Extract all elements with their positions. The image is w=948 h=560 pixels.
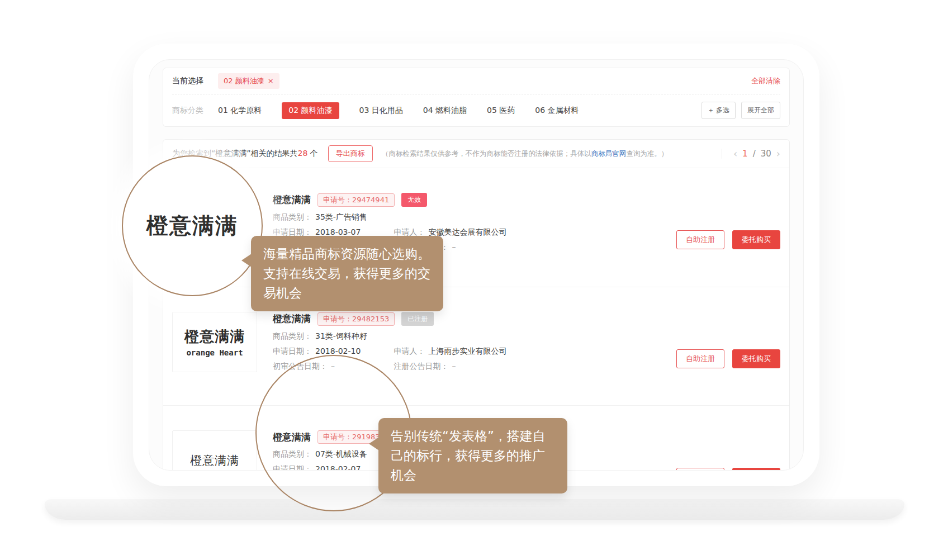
applicant: 上海雨步实业有限公司 xyxy=(428,347,506,355)
next-page-icon[interactable]: › xyxy=(776,149,780,159)
category-item-05[interactable]: 05 医药 xyxy=(487,106,515,116)
results-header: 为您检索到“橙意满满”相关的结果共28 个 导出商标 （商标检索结果仅供参考，不… xyxy=(163,140,789,168)
magnified-trademark-text: 橙意满满 xyxy=(146,211,238,241)
application-number-tag: 申请号：29474941 xyxy=(317,193,395,207)
prev-page-icon[interactable]: ‹ xyxy=(733,149,737,159)
self-register-button[interactable]: 自助注册 xyxy=(676,349,724,368)
current-selection-label: 当前选择 xyxy=(172,76,203,86)
chip-label: 02 颜料油漆 xyxy=(224,77,264,85)
expand-all-button[interactable]: 展开全部 xyxy=(741,102,780,119)
trademark-name: 橙意满满 xyxy=(273,312,311,325)
selected-filter-chip[interactable]: 02 颜料油漆× xyxy=(218,73,279,89)
category-item-04[interactable]: 04 燃料油脂 xyxy=(423,106,467,116)
trademark-logo: 橙意满满 orange Heart xyxy=(172,312,257,372)
category-item-01[interactable]: 01 化学原料 xyxy=(218,106,262,116)
trademark-name: 橙意满满 xyxy=(273,193,311,206)
application-date: 2018-02-10 xyxy=(315,347,361,355)
application-date: 2018-03-07 xyxy=(315,227,361,236)
clear-all-button[interactable]: 全部清除 xyxy=(751,76,780,86)
applicant: 安徽美达会展有限公司 xyxy=(428,227,506,236)
status-badge: 已注册 xyxy=(401,312,434,326)
category-item-02-selected[interactable]: 02 颜料油漆 xyxy=(282,102,339,119)
total-pages: 30 xyxy=(761,149,771,159)
magnifier-circle: 橙意满满 xyxy=(122,155,263,296)
disclaimer-text: （商标检索结果仅供参考，不作为商标能否注册的法律依据；具体以商标局官网查询为准。… xyxy=(382,149,722,159)
category-item-03[interactable]: 03 日化用品 xyxy=(359,106,403,116)
entrust-purchase-button[interactable]: 委托购买 xyxy=(732,230,780,249)
trademark-logo: 橙意满满 xyxy=(172,430,257,471)
filter-card: 当前选择 02 颜料油漆× 全部清除 商标分类 01 化学原料 02 颜料油漆 … xyxy=(163,68,790,127)
self-register-button[interactable]: 自助注册 xyxy=(676,468,724,471)
callout-arrow-icon xyxy=(241,254,252,267)
status-badge: 无效 xyxy=(401,193,427,207)
category-item-06[interactable]: 06 金属材料 xyxy=(535,106,579,116)
current-page: 1 xyxy=(742,149,748,159)
application-number-tag: 申请号：29482153 xyxy=(317,312,395,326)
export-trademarks-button[interactable]: 导出商标 xyxy=(328,145,373,162)
multi-select-button[interactable]: ＋ 多选 xyxy=(701,102,736,119)
callout-bubble-trade: 海量精品商标资源随心选购。支持在线交易，获得更多的交易机会 xyxy=(251,236,443,311)
entrust-purchase-button[interactable]: 委托购买 xyxy=(732,349,780,368)
results-count: 28 xyxy=(298,149,308,158)
goods-category: 31类-饲料种籽 xyxy=(315,331,367,340)
entrust-purchase-button[interactable]: 委托购买 xyxy=(732,468,780,471)
callout-bubble-promotion: 告别传统“发表格”，搭建自己的标行，获得更多的推广机会 xyxy=(378,418,567,493)
pagination: ‹ 1 / 30 › xyxy=(722,149,780,159)
goods-category: 35类-广告销售 xyxy=(315,212,367,221)
callout-arrow-icon xyxy=(369,437,379,450)
category-label: 商标分类 xyxy=(172,106,203,116)
chip-close-icon[interactable]: × xyxy=(268,77,274,85)
trademark-office-link[interactable]: 商标局官网 xyxy=(591,149,627,158)
self-register-button[interactable]: 自助注册 xyxy=(676,230,724,249)
laptop-base xyxy=(45,499,904,520)
